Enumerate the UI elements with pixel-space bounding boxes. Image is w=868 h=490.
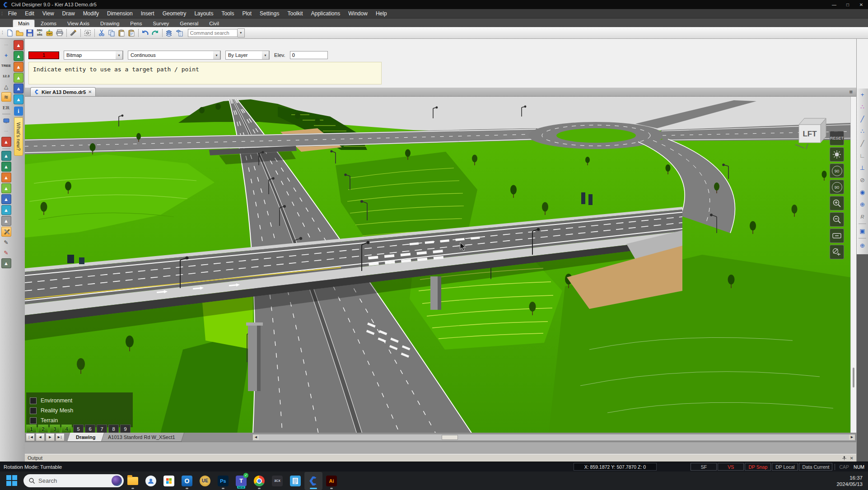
menu-insert[interactable]: Insert bbox=[137, 9, 159, 18]
add-points-icon[interactable]: ⊕ bbox=[857, 239, 868, 252]
print-button[interactable] bbox=[55, 28, 65, 38]
menu-tools[interactable]: Tools bbox=[217, 9, 238, 18]
menu-view[interactable]: View bbox=[38, 9, 58, 18]
triangulation-icon[interactable]: △ bbox=[1, 82, 11, 91]
import-txt-button[interactable]: TXT bbox=[45, 28, 55, 38]
new-file-button[interactable] bbox=[5, 28, 15, 38]
menu-window[interactable]: Window bbox=[344, 9, 372, 18]
model-green-icon[interactable]: ▲ bbox=[1, 162, 11, 172]
toggle-vs[interactable]: VS bbox=[718, 463, 744, 471]
tab-civil[interactable]: Civil bbox=[204, 20, 224, 27]
snap-center-icon[interactable]: ◉ bbox=[857, 186, 868, 198]
search-highlight-image[interactable] bbox=[112, 476, 122, 486]
tree-view-button[interactable]: TREE bbox=[1, 61, 11, 70]
pen-dropdown-icon[interactable]: ▾ bbox=[262, 51, 269, 60]
rotate-ccw-button[interactable]: 90 bbox=[830, 163, 844, 178]
snap-line-icon[interactable]: ╱ bbox=[857, 113, 868, 125]
taskbar-3cx[interactable]: 3CX bbox=[268, 472, 286, 490]
horizontal-scrollbar[interactable]: ◀ ▶ bbox=[252, 434, 855, 441]
view-page-4[interactable]: 4 bbox=[61, 425, 72, 433]
snap-tangent-icon[interactable]: ⊘ bbox=[857, 174, 868, 186]
linetype-select[interactable]: Continuous ▾ bbox=[128, 51, 221, 60]
undo-button[interactable] bbox=[140, 28, 150, 38]
view-page-8[interactable]: 8 bbox=[108, 425, 119, 433]
menu-modify[interactable]: Modify bbox=[79, 9, 103, 18]
surface-orange-icon[interactable]: ▲ bbox=[14, 62, 23, 72]
info-icon[interactable]: i bbox=[14, 107, 23, 116]
pin-icon[interactable] bbox=[842, 456, 846, 460]
hscroll-right-icon[interactable]: ▶ bbox=[849, 435, 855, 440]
reset-view-button[interactable]: RESET bbox=[830, 131, 844, 145]
settings-tools-button[interactable] bbox=[69, 28, 79, 38]
viewport-vscroll-thumb[interactable] bbox=[853, 368, 854, 387]
view-page-9[interactable]: 9 bbox=[120, 425, 131, 433]
menu-geometry[interactable]: Geometry bbox=[159, 9, 191, 18]
document-close-icon[interactable]: ✕ bbox=[88, 89, 92, 94]
view-page-6[interactable]: 6 bbox=[85, 425, 95, 433]
snap-translate-icon[interactable]: + bbox=[857, 89, 868, 101]
pen-select[interactable]: By Layer ▾ bbox=[225, 51, 270, 60]
environment-checkbox[interactable] bbox=[30, 397, 37, 404]
output-panel-bar[interactable]: Output ✕ bbox=[25, 454, 856, 462]
sheet-tab-xsect[interactable]: A1013 Stanford Rd W_XSect1 bbox=[99, 433, 184, 442]
view-page-3[interactable]: 3 bbox=[50, 425, 60, 433]
taskbar-outlook[interactable]: O bbox=[178, 472, 196, 490]
model-orange-icon[interactable]: ▲ bbox=[1, 173, 11, 182]
er-mode-button[interactable]: ER bbox=[1, 103, 11, 112]
eye-level-button[interactable] bbox=[830, 229, 844, 243]
view-page-1[interactable]: 1 bbox=[26, 425, 37, 433]
edit-document-icon[interactable]: ✎ bbox=[1, 238, 11, 247]
tab-drawing[interactable]: Drawing bbox=[95, 20, 124, 27]
snap-perpendicular-icon[interactable]: ⊥ bbox=[857, 162, 868, 174]
sheet-last-button[interactable]: ▶❘ bbox=[56, 433, 65, 441]
hscroll-left-icon[interactable]: ◀ bbox=[253, 435, 259, 440]
open-file-button[interactable] bbox=[15, 28, 25, 38]
zoom-in-button[interactable] bbox=[830, 196, 844, 210]
taskbar-teams[interactable]: TNEW✓ bbox=[232, 472, 250, 490]
whats-new-tab[interactable]: What's new? bbox=[14, 117, 23, 156]
tab-list-menu-icon[interactable]: ≡ bbox=[849, 89, 853, 95]
copy-button[interactable] bbox=[107, 28, 117, 38]
taskbar-chrome[interactable] bbox=[250, 472, 268, 490]
layer-select[interactable]: Bitmap ▾ bbox=[64, 51, 123, 60]
add-point-icon[interactable]: + bbox=[1, 51, 11, 60]
terrain-hatch-icon[interactable]: ▲ bbox=[1, 258, 11, 268]
tab-survey[interactable]: Survey bbox=[148, 20, 174, 27]
command-search-dropdown-icon[interactable]: ▾ bbox=[238, 28, 245, 37]
model-gray-icon[interactable]: ▲ bbox=[1, 216, 11, 226]
layer-dropdown-icon[interactable]: ▾ bbox=[116, 51, 123, 60]
surface-green-icon[interactable]: ▲ bbox=[14, 51, 23, 61]
snap-points-icon[interactable]: ∴ bbox=[857, 125, 868, 137]
taskbar-civil-designer[interactable] bbox=[304, 472, 322, 490]
save-button[interactable] bbox=[25, 28, 35, 38]
toggle-sf[interactable]: SF bbox=[691, 463, 717, 471]
sheet-next-button[interactable]: ▶ bbox=[46, 433, 55, 441]
coordinate-label-button[interactable]: 12.3 bbox=[1, 71, 11, 81]
walk-mode-button[interactable] bbox=[830, 245, 844, 259]
redo-button[interactable] bbox=[150, 28, 160, 38]
hscroll-track[interactable] bbox=[259, 435, 849, 440]
snap-segment-icon[interactable]: ╱ bbox=[857, 137, 868, 149]
view-page-7[interactable]: 7 bbox=[97, 425, 107, 433]
taskbar-search[interactable]: Search bbox=[23, 474, 124, 487]
sheet-prev-button[interactable]: ◀ bbox=[36, 433, 45, 441]
snap-radius-icon[interactable]: R bbox=[857, 210, 868, 223]
cut-button[interactable] bbox=[97, 28, 107, 38]
toggle-data-current[interactable]: Data Current bbox=[799, 463, 832, 471]
surface-cyan-icon[interactable]: ▲ bbox=[14, 94, 23, 104]
terrain-checkbox[interactable] bbox=[30, 417, 37, 424]
contours-icon[interactable]: ≋ bbox=[1, 92, 11, 102]
design-tools-icon[interactable] bbox=[1, 227, 11, 237]
menu-dimension[interactable]: Dimension bbox=[103, 9, 137, 18]
menu-toolkit[interactable]: Toolkit bbox=[283, 9, 307, 18]
snap-circle-plus-icon[interactable]: ⊕ bbox=[857, 198, 868, 210]
drawing-canvas[interactable] bbox=[25, 97, 850, 433]
taskbar-illustrator[interactable]: Ai bbox=[322, 472, 341, 490]
taskbar-ultraedit[interactable]: UE bbox=[196, 472, 214, 490]
snap-grid-icon[interactable]: ∴ bbox=[857, 101, 868, 113]
edit-style-icon[interactable]: ✎ bbox=[1, 248, 11, 257]
model-lime-icon[interactable]: ▲ bbox=[1, 183, 11, 193]
linetype-dropdown-icon[interactable]: ▾ bbox=[213, 51, 220, 60]
paste-special-button[interactable] bbox=[126, 28, 136, 38]
taskbar-notepad[interactable] bbox=[286, 472, 304, 490]
